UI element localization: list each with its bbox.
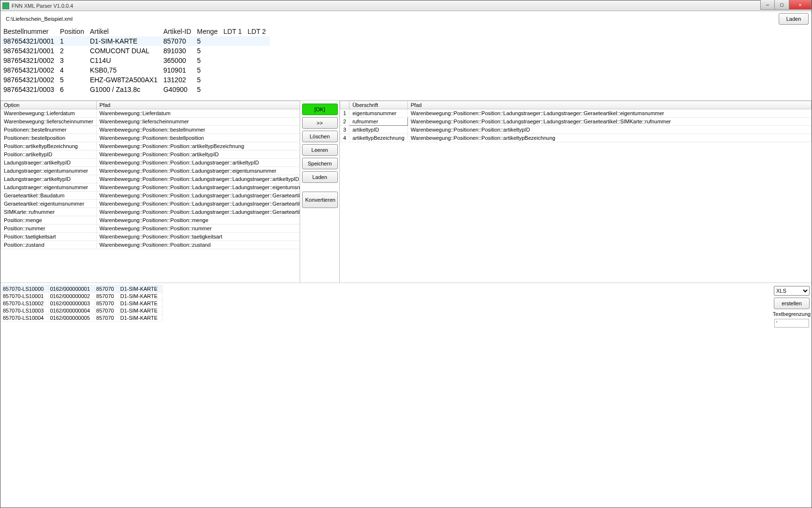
result-row[interactable]: 857070-LS100040162/000000005857070D1-SIM… xyxy=(2,314,163,322)
selection-col-header[interactable]: Überschrift xyxy=(349,101,408,109)
options-row[interactable]: Warenbewegung::lieferscheinnummerWarenbe… xyxy=(1,118,301,126)
delimiter-input[interactable] xyxy=(774,319,809,328)
options-row[interactable]: Ladungstraeger::eigentumsnummerWarenbewe… xyxy=(1,167,301,175)
selection-grid[interactable]: ÜberschriftPfad 1eigentumsnummerWarenbew… xyxy=(340,101,812,142)
result-row[interactable]: 857070-LS100010162/000000002857070D1-SIM… xyxy=(2,293,163,300)
options-row[interactable]: Position::taetigkeitsartWarenbewegung::P… xyxy=(1,233,301,241)
selection-row[interactable]: 4artikeltypBezeichnungWarenbewegung::Pos… xyxy=(340,134,812,142)
options-col-header[interactable]: Option xyxy=(1,101,97,109)
options-row[interactable]: Position::nummerWarenbewegung::Positione… xyxy=(1,224,301,233)
options-panel: OptionPfad Warenbewegung::LieferdatumWar… xyxy=(0,101,300,283)
selection-row[interactable]: 1eigentumsnummerWarenbewegung::Positione… xyxy=(340,109,812,118)
middle-panels: OptionPfad Warenbewegung::LieferdatumWar… xyxy=(0,100,812,283)
file-path-row: Laden xyxy=(0,11,812,27)
orders-col-header[interactable]: LDT 1 xyxy=(221,27,246,36)
selection-row[interactable]: 3artikeltypIDWarenbewegung::Positionen::… xyxy=(340,126,812,134)
selection-col-header[interactable] xyxy=(340,101,349,109)
move-right-button[interactable]: >> xyxy=(302,117,338,129)
delimiter-label: Textbegrenzung xyxy=(773,311,811,317)
file-path-input[interactable] xyxy=(3,14,776,24)
app-icon xyxy=(2,2,9,9)
options-row[interactable]: Position::mengeWarenbewegung::Positionen… xyxy=(1,216,301,224)
options-row[interactable]: Positionen::bestellnummerWarenbewegung::… xyxy=(1,126,301,134)
window-controls: — □ ✕ xyxy=(760,0,812,11)
orders-col-header[interactable]: LDT 2 xyxy=(246,27,270,36)
orders-col-header[interactable]: Position xyxy=(58,27,88,36)
close-button[interactable]: ✕ xyxy=(789,0,812,10)
clear-button[interactable]: Leeren xyxy=(302,144,338,156)
ok-button[interactable]: [OK] xyxy=(302,104,338,115)
titlebar: FNN XML Parser V1.0.0.4 — □ ✕ xyxy=(0,0,812,11)
delete-button[interactable]: Löschen xyxy=(302,131,338,142)
result-row[interactable]: 857070-LS100020162/000000003857070D1-SIM… xyxy=(2,300,163,307)
load-file-button[interactable]: Laden xyxy=(779,13,809,25)
action-buttons-panel: [OK] >> Löschen Leeren Speichern Laden K… xyxy=(300,101,340,283)
selection-col-header[interactable]: Pfad xyxy=(407,101,811,109)
options-grid[interactable]: OptionPfad Warenbewegung::LieferdatumWar… xyxy=(0,101,300,249)
orders-row[interactable]: 987654321/00024KSB0,759109015 xyxy=(1,65,270,75)
options-row[interactable]: Geraeteartikel::eigentumsnummerWarenbewe… xyxy=(1,200,301,208)
options-row[interactable]: Warenbewegung::LieferdatumWarenbewegung:… xyxy=(1,109,301,118)
convert-button[interactable]: Konvertieren xyxy=(302,192,338,208)
orders-row[interactable]: 987654321/00012COMUCONT DUAL8910305 xyxy=(1,46,270,56)
options-row[interactable]: SIMKarte::rufnummerWarenbewegung::Positi… xyxy=(1,208,301,216)
options-row[interactable]: Ladungstraeger::eigentumsnummerWarenbewe… xyxy=(1,183,301,192)
save-button[interactable]: Speichern xyxy=(302,158,338,169)
options-col-header[interactable]: Pfad xyxy=(96,101,300,109)
app-window: FNN XML Parser V1.0.0.4 — □ ✕ Laden Best… xyxy=(0,0,812,508)
orders-row[interactable]: 987654321/00036G1000 / Za13.8cG409005 xyxy=(1,85,270,94)
options-row[interactable]: Position::artikeltypIDWarenbewegung::Pos… xyxy=(1,150,301,159)
result-grid[interactable]: 857070-LS100000162/000000001857070D1-SIM… xyxy=(1,285,163,322)
orders-table-wrap: BestellnummerPositionArtikelArtikel-IDMe… xyxy=(0,27,812,100)
window-title: FNN XML Parser V1.0.0.4 xyxy=(12,3,760,9)
options-row[interactable]: Position::artikeltypBezeichnungWarenbewe… xyxy=(1,142,301,150)
orders-row[interactable]: 987654321/00023C114U3650005 xyxy=(1,56,270,65)
orders-row[interactable]: 987654321/00025EHZ-GW8T2A500AX11312025 xyxy=(1,75,270,85)
options-row[interactable]: Ladungstraeger::artikeltypIDWarenbewegun… xyxy=(1,159,301,167)
export-format-select[interactable]: XLS xyxy=(774,286,810,296)
result-row[interactable]: 857070-LS100000162/000000001857070D1-SIM… xyxy=(2,285,163,293)
orders-row[interactable]: 987654321/00011D1-SIM-KARTE8570705 xyxy=(1,36,270,46)
options-row[interactable]: Geraeteartikel::BaudatumWarenbewegung::P… xyxy=(1,192,301,200)
orders-col-header[interactable]: Bestellnummer xyxy=(1,27,58,36)
options-row[interactable]: Ladungstraeger::artikeltypIDWarenbewegun… xyxy=(1,175,301,183)
orders-col-header[interactable]: Artikel xyxy=(88,27,161,36)
result-row[interactable]: 857070-LS100030162/000000004857070D1-SIM… xyxy=(2,307,163,314)
selection-row[interactable]: 2rufnummerWarenbewegung::Positionen::Pos… xyxy=(340,118,812,126)
selection-panel: ÜberschriftPfad 1eigentumsnummerWarenbew… xyxy=(340,101,812,283)
bottom-area: 857070-LS100000162/000000001857070D1-SIM… xyxy=(0,283,812,508)
options-row[interactable]: Positionen::bestellpositionWarenbewegung… xyxy=(1,134,301,142)
export-panel: XLS erstellen Textbegrenzung xyxy=(772,283,812,508)
result-panel: 857070-LS100000162/000000001857070D1-SIM… xyxy=(0,283,772,508)
orders-col-header[interactable]: Artikel-ID xyxy=(161,27,195,36)
create-export-button[interactable]: erstellen xyxy=(774,298,810,309)
load-button[interactable]: Laden xyxy=(302,171,338,183)
options-row[interactable]: Position::zustandWarenbewegung::Position… xyxy=(1,241,301,249)
minimize-button[interactable]: — xyxy=(760,0,775,10)
maximize-button[interactable]: □ xyxy=(775,0,789,10)
orders-table[interactable]: BestellnummerPositionArtikelArtikel-IDMe… xyxy=(1,27,270,94)
orders-col-header[interactable]: Menge xyxy=(195,27,222,36)
